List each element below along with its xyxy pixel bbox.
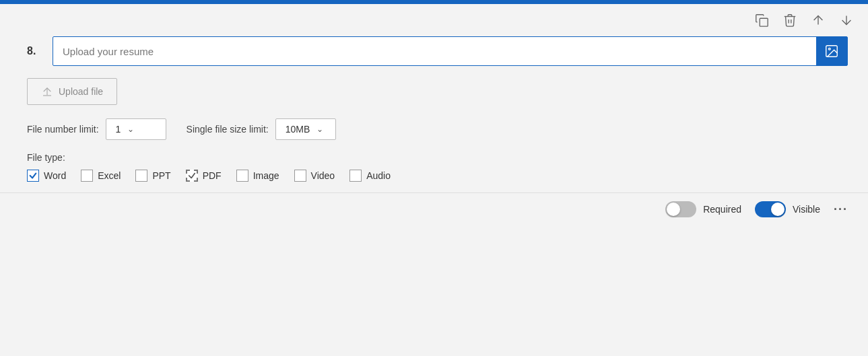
checkbox-video[interactable]	[294, 170, 306, 182]
file-type-label: File type:	[27, 152, 848, 163]
svg-rect-0	[760, 18, 768, 26]
question-input-wrapper	[53, 36, 848, 66]
more-options-button[interactable]: ···	[834, 203, 848, 217]
file-type-label-image: Image	[253, 170, 279, 181]
file-type-item-pdf: PDF	[186, 170, 222, 182]
svg-point-4	[828, 48, 830, 50]
file-type-label-excel: Excel	[98, 170, 121, 181]
file-size-limit-group: Single file size limit: 10MB ⌄	[187, 118, 336, 140]
visible-toggle-knob	[771, 203, 784, 216]
file-number-limit-dropdown[interactable]: 1 ⌄	[106, 118, 166, 140]
checkbox-pdf[interactable]	[186, 170, 198, 182]
file-type-item-video: Video	[294, 170, 335, 182]
question-row: 8.	[27, 36, 848, 66]
file-type-options: WordExcelPPT PDFImageVideoAudio	[27, 170, 848, 182]
checkbox-audio[interactable]	[349, 170, 362, 182]
file-number-limit-label: File number limit:	[27, 124, 99, 135]
question-input[interactable]	[53, 39, 816, 64]
image-icon-button[interactable]	[816, 37, 847, 65]
footer-bar: Required Visible ···	[0, 193, 868, 225]
file-type-section: File type: WordExcelPPT PDFImageVideoAud…	[27, 152, 848, 182]
file-size-limit-dropdown[interactable]: 10MB ⌄	[275, 118, 336, 140]
chevron-down-icon: ⌄	[127, 124, 134, 134]
checkbox-word[interactable]	[27, 170, 39, 182]
required-toggle-group: Required	[665, 201, 741, 217]
checkbox-excel[interactable]	[81, 170, 93, 182]
file-type-label-pdf: PDF	[203, 170, 222, 181]
upload-file-button[interactable]: Upload file	[27, 78, 117, 105]
upload-file-label: Upload file	[59, 86, 103, 97]
visible-toggle[interactable]	[755, 201, 786, 217]
delete-icon[interactable]	[782, 12, 798, 28]
required-toggle-knob	[667, 203, 680, 216]
chevron-down-icon-2: ⌄	[316, 124, 323, 134]
copy-icon[interactable]	[754, 12, 770, 28]
file-type-label-video: Video	[311, 170, 335, 181]
file-type-label-word: Word	[44, 170, 66, 181]
file-type-item-image: Image	[236, 170, 279, 182]
file-type-item-audio: Audio	[349, 170, 391, 182]
file-type-item-ppt: PPT	[135, 170, 170, 182]
file-type-label-audio: Audio	[366, 170, 391, 181]
move-up-icon[interactable]	[810, 12, 826, 28]
toolbar	[0, 4, 868, 36]
required-label: Required	[703, 204, 741, 215]
file-number-limit-value: 1	[116, 124, 121, 135]
file-number-limit-group: File number limit: 1 ⌄	[27, 118, 166, 140]
required-toggle[interactable]	[665, 201, 696, 217]
file-size-limit-label: Single file size limit:	[187, 124, 269, 135]
main-content: 8. Upload file File number limit: 1	[0, 36, 868, 182]
checkbox-image[interactable]	[236, 170, 248, 182]
file-size-limit-value: 10MB	[286, 124, 310, 135]
checkbox-ppt[interactable]	[135, 170, 147, 182]
file-type-item-word: Word	[27, 170, 66, 182]
file-type-label-ppt: PPT	[152, 170, 170, 181]
visible-label: Visible	[793, 204, 820, 215]
file-type-item-excel: Excel	[81, 170, 121, 182]
move-down-icon[interactable]	[838, 12, 855, 28]
visible-toggle-group: Visible	[755, 201, 820, 217]
options-row: File number limit: 1 ⌄ Single file size …	[27, 118, 848, 140]
question-number: 8.	[27, 45, 43, 57]
